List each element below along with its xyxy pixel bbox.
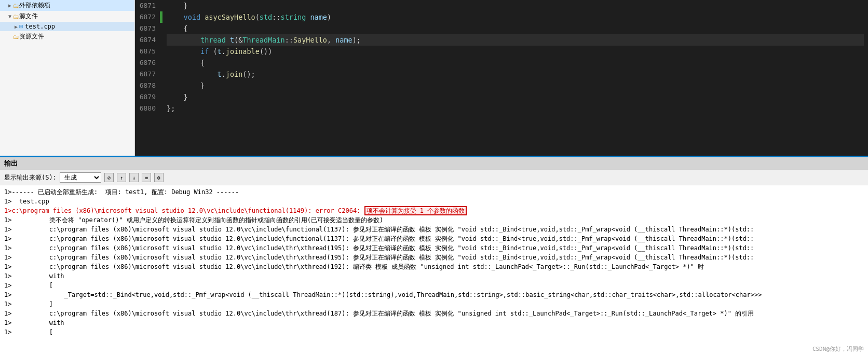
code-line-6874: thread t(&ThreadMain::SayHello, name); — [167, 34, 864, 46]
sidebar-item-label-test-cpp: test.cpp — [25, 23, 55, 30]
sidebar: ▶ 🗂 外部依赖项 ▼ 🗂 源文件 ▶ ⊞ test.cpp ▶ 🗂 资源文件 — [0, 0, 135, 156]
code-line-6879: } — [167, 91, 864, 103]
collapse-triangle-external: ▶ — [8, 3, 11, 8]
output-line-6: 1> c:\program files (x86)\microsoft visu… — [4, 234, 864, 243]
sidebar-item-source-files[interactable]: ▼ 🗂 源文件 — [0, 11, 134, 22]
ln-6872: 6872 — [139, 11, 156, 23]
output-line-11: 1> [ — [4, 281, 864, 290]
code-line-6872: void asycSayHello(std::string name) — [167, 11, 864, 23]
panel-title: 输出 — [4, 159, 18, 167]
ln-6878: 6878 — [139, 80, 156, 91]
toolbar-label: 显示输出来源(S): — [4, 173, 57, 182]
ln-6880: 6880 — [139, 103, 156, 114]
code-lines-area: 6871 6872 6873 6874 6875 6876 6877 6878 … — [135, 0, 868, 156]
output-line-15: 1> with — [4, 318, 864, 327]
ln-6875: 6875 — [139, 46, 156, 57]
ln-6873: 6873 — [139, 23, 156, 34]
output-line-3: 1>c:\program files (x86)\microsoft visua… — [4, 206, 864, 215]
code-line-6876: { — [167, 57, 864, 69]
collapse-triangle-test: ▶ — [15, 24, 18, 30]
panel-toolbar: 显示输出来源(S): 生成 调试 错误列表 ⊘ ↑ ↓ ≡ ⚙ — [0, 170, 868, 185]
toolbar-icon-1[interactable]: ⊘ — [104, 173, 114, 182]
code-editor: 6871 6872 6873 6874 6875 6876 6877 6878 … — [135, 0, 868, 156]
ln-6874: 6874 — [139, 34, 156, 46]
watermark: CSDN@你好，冯同学 — [812, 345, 864, 353]
ln-6879: 6879 — [139, 91, 156, 103]
ln-6876: 6876 — [139, 57, 156, 69]
bottom-panel: 输出 显示输出来源(S): 生成 调试 错误列表 ⊘ ↑ ↓ ≡ ⚙ 1>---… — [0, 156, 868, 355]
main-container: ▶ 🗂 外部依赖项 ▼ 🗂 源文件 ▶ ⊞ test.cpp ▶ 🗂 资源文件 — [0, 0, 868, 355]
line-numbers: 6871 6872 6873 6874 6875 6876 6877 6878 … — [135, 0, 160, 156]
output-line-1: 1>------ 已启动全部重新生成: 项目: test1, 配置: Debug… — [4, 187, 864, 197]
output-line-2: 1> test.cpp — [4, 197, 864, 206]
output-line-5: 1> c:\program files (x86)\microsoft visu… — [4, 225, 864, 234]
code-line-6875: if (t.joinable()) — [167, 46, 864, 57]
sidebar-item-label-resource: 资源文件 — [19, 32, 44, 41]
code-line-6880: }; — [167, 103, 864, 114]
output-line-9: 1> c:\program files (x86)\microsoft visu… — [4, 262, 864, 271]
folder-icon-resource: 🗂 — [13, 33, 19, 40]
ln-6871: 6871 — [139, 0, 156, 11]
top-section: ▶ 🗂 外部依赖项 ▼ 🗂 源文件 ▶ ⊞ test.cpp ▶ 🗂 资源文件 — [0, 0, 868, 156]
output-line-16: 1> [ — [4, 327, 864, 337]
sidebar-item-resource-files[interactable]: ▶ 🗂 资源文件 — [0, 31, 134, 42]
ln-6877: 6877 — [139, 69, 156, 80]
folder-icon-source: 🗂 — [13, 13, 19, 20]
code-line-6877: t.join(); — [167, 69, 864, 80]
output-line-10: 1> with — [4, 271, 864, 281]
code-line-6878: } — [167, 80, 864, 91]
sidebar-item-external-deps[interactable]: ▶ 🗂 外部依赖项 — [0, 0, 134, 11]
output-line-7: 1> c:\program files (x86)\microsoft visu… — [4, 243, 864, 253]
code-line-6871: } — [167, 0, 864, 11]
file-icon-test: ⊞ — [19, 23, 23, 30]
output-source-select[interactable]: 生成 调试 错误列表 — [60, 172, 101, 183]
output-line-4: 1> 类不会将 "operator()" 或用户定义的转换运算符定义到指向函数的… — [4, 215, 864, 225]
toolbar-icon-5[interactable]: ⚙ — [154, 173, 164, 182]
toolbar-icon-2[interactable]: ↑ — [117, 173, 126, 182]
code-line-6873: { — [167, 23, 864, 34]
collapse-triangle-source: ▼ — [8, 13, 11, 19]
panel-title-bar: 输出 — [0, 157, 868, 170]
output-line-13: 1> ] — [4, 299, 864, 309]
folder-icon-external: 🗂 — [13, 2, 19, 9]
error-highlight: 项不会计算为接受 1 个参数的函数 — [364, 206, 467, 215]
sidebar-item-label-external: 外部依赖项 — [19, 1, 50, 10]
toolbar-icon-3[interactable]: ↓ — [129, 173, 139, 182]
output-line-8: 1> c:\program files (x86)\microsoft visu… — [4, 253, 864, 262]
sidebar-item-test-cpp[interactable]: ▶ ⊞ test.cpp — [0, 22, 134, 31]
output-line-14: 1> c:\program files (x86)\microsoft visu… — [4, 309, 864, 318]
sidebar-item-label-source: 源文件 — [19, 12, 38, 21]
output-area[interactable]: 1>------ 已启动全部重新生成: 项目: test1, 配置: Debug… — [0, 185, 868, 355]
code-content[interactable]: } void asycSayHello(std::string name) { … — [162, 0, 868, 156]
toolbar-icon-4[interactable]: ≡ — [142, 173, 151, 182]
output-line-12: 1> _Target=std::_Bind<true,void,std::_Pm… — [4, 290, 864, 299]
